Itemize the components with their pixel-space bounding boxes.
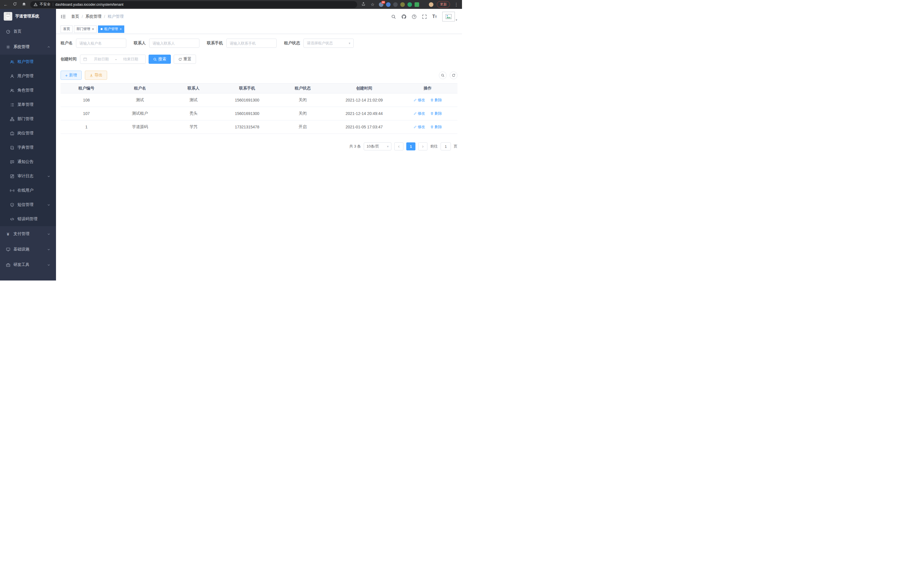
close-icon[interactable]: × bbox=[120, 27, 122, 31]
status-select[interactable]: 请选择租户状态 ▾ bbox=[303, 39, 354, 48]
page-size-select[interactable]: 10条/页 ▾ bbox=[364, 142, 392, 150]
prev-page-button[interactable]: ‹ bbox=[394, 142, 404, 150]
active-dot-icon bbox=[100, 28, 103, 30]
extension-icon[interactable] bbox=[415, 2, 419, 7]
sidebar-item-sms[interactable]: 短信管理 bbox=[0, 198, 56, 212]
status-select-placeholder: 请选择租户状态 bbox=[307, 41, 333, 46]
breadcrumb-system[interactable]: 系统管理 bbox=[86, 14, 101, 19]
sidebar-item-dept[interactable]: 部门管理 bbox=[0, 112, 56, 126]
current-page-button[interactable]: 1 bbox=[406, 142, 416, 150]
share-icon[interactable] bbox=[361, 2, 366, 7]
extension-icon[interactable] bbox=[429, 2, 434, 7]
tenant-name-input[interactable] bbox=[76, 39, 126, 48]
code-icon bbox=[10, 217, 14, 221]
broken-image-icon bbox=[446, 14, 452, 19]
app-logo-row: 芋道管理系统 bbox=[0, 9, 56, 24]
cell-ops: 修改 删除 bbox=[398, 107, 458, 120]
search-button[interactable]: 搜索 bbox=[148, 55, 171, 64]
github-icon[interactable] bbox=[401, 14, 406, 19]
show-search-button[interactable] bbox=[439, 71, 447, 79]
breadcrumb: 首页 / 系统管理 / 租户管理 bbox=[71, 14, 124, 19]
contact-input[interactable] bbox=[149, 39, 200, 48]
sidebar-item-notice[interactable]: 通知公告 bbox=[0, 155, 56, 169]
sidebar-item-label: 租户管理 bbox=[17, 59, 33, 64]
next-page-button[interactable]: › bbox=[418, 142, 428, 150]
edit-link[interactable]: 修改 bbox=[413, 124, 425, 129]
date-end-placeholder[interactable]: 结束日期 bbox=[119, 57, 142, 62]
sidebar-item-user[interactable]: 用户管理 bbox=[0, 69, 56, 83]
font-size-icon[interactable] bbox=[432, 14, 437, 19]
col-header-status: 租户状态 bbox=[275, 83, 330, 93]
sidebar-item-menu[interactable]: 菜单管理 bbox=[0, 98, 56, 112]
toolbox-icon bbox=[6, 263, 10, 267]
extension-icon[interactable] bbox=[407, 2, 412, 7]
breadcrumb-home[interactable]: 首页 bbox=[71, 14, 79, 19]
search-icon[interactable] bbox=[391, 14, 396, 19]
browser-refresh-icon[interactable] bbox=[12, 2, 18, 7]
sidebar-item-infrastructure[interactable]: 基础设施 bbox=[0, 242, 56, 257]
date-range-picker[interactable]: 开始日期 - 结束日期 bbox=[80, 55, 146, 64]
sidebar-item-audit-log[interactable]: 审计日志 bbox=[0, 169, 56, 183]
tab-home[interactable]: 首页 bbox=[61, 26, 73, 33]
sidebar-item-label: 通知公告 bbox=[17, 159, 33, 164]
breadcrumb-separator: / bbox=[82, 14, 83, 19]
address-bar[interactable]: 不安全 dashboard.yudao.iocoder.cn/system/te… bbox=[30, 1, 357, 8]
delete-link[interactable]: 删除 bbox=[430, 98, 442, 103]
refresh-table-button[interactable] bbox=[450, 71, 458, 79]
reset-button-label: 重置 bbox=[183, 57, 191, 62]
extension-icon[interactable] bbox=[393, 2, 398, 7]
reset-button[interactable]: 重置 bbox=[174, 55, 196, 64]
delete-link[interactable]: 删除 bbox=[430, 111, 442, 116]
add-button[interactable]: + 新增 bbox=[61, 71, 82, 80]
browser-home-icon[interactable] bbox=[21, 2, 27, 7]
fullscreen-icon[interactable] bbox=[422, 14, 427, 19]
sidebar-item-error-code[interactable]: 错误码管理 bbox=[0, 212, 56, 226]
sidebar-collapse-icon[interactable] bbox=[61, 14, 66, 19]
extension-icon[interactable] bbox=[400, 2, 405, 7]
sidebar-item-system[interactable]: 系统管理 bbox=[0, 39, 56, 55]
edit-link[interactable]: 修改 bbox=[413, 111, 425, 116]
security-warning-label[interactable]: 不安全 bbox=[40, 2, 51, 7]
goto-page-input[interactable] bbox=[441, 142, 451, 150]
sidebar-item-online-users[interactable]: 在线用户 bbox=[0, 183, 56, 198]
tab-tenant[interactable]: 租户管理 × bbox=[98, 26, 124, 33]
table-header-row: 租户编号 租户名 联系人 联系手机 租户状态 创建时间 操作 bbox=[61, 83, 458, 93]
caret-down-icon[interactable]: ▾ bbox=[456, 19, 457, 21]
gear-icon bbox=[6, 45, 10, 49]
url-text[interactable]: dashboard.yudao.iocoder.cn/system/tenant bbox=[56, 3, 123, 7]
close-icon[interactable]: × bbox=[92, 27, 94, 31]
goto-suffix: 页 bbox=[454, 144, 458, 149]
export-button[interactable]: 导出 bbox=[85, 71, 107, 80]
sidebar-item-role[interactable]: 角色管理 bbox=[0, 83, 56, 98]
sidebar-item-devtools[interactable]: 研发工具 bbox=[0, 257, 56, 272]
extension-icon[interactable] bbox=[422, 2, 426, 7]
table-toolbar: + 新增 导出 bbox=[61, 71, 458, 80]
delete-link[interactable]: 删除 bbox=[430, 124, 442, 129]
date-start-placeholder[interactable]: 开始日期 bbox=[89, 57, 113, 62]
users-icon bbox=[10, 60, 14, 64]
sidebar-item-payment[interactable]: ¥ 支付管理 bbox=[0, 226, 56, 242]
avatar[interactable] bbox=[442, 12, 455, 21]
tab-label: 部门管理 bbox=[76, 27, 90, 32]
browser-back-icon[interactable]: ← bbox=[3, 2, 9, 7]
user-menu[interactable]: ▾ bbox=[442, 12, 457, 21]
sidebar-item-post[interactable]: 岗位管理 bbox=[0, 126, 56, 140]
sidebar-item-tenant[interactable]: 租户管理 bbox=[0, 55, 56, 69]
search-button-label: 搜索 bbox=[158, 57, 166, 62]
tab-dept[interactable]: 部门管理 × bbox=[74, 26, 97, 33]
extension-icon[interactable]: 10 bbox=[379, 2, 383, 7]
phone-input[interactable] bbox=[226, 39, 277, 48]
extension-icon[interactable] bbox=[386, 2, 391, 7]
sidebar-item-dict[interactable]: 字典管理 bbox=[0, 140, 56, 155]
help-icon[interactable] bbox=[412, 14, 417, 19]
cell-name: 测试租户 bbox=[112, 107, 168, 120]
sidebar-item-home[interactable]: 首页 bbox=[0, 24, 56, 39]
edit-link-label: 修改 bbox=[418, 98, 425, 103]
bookmark-star-icon[interactable]: ☆ bbox=[370, 2, 375, 7]
browser-update-button[interactable]: 更新 bbox=[437, 1, 450, 8]
sidebar-item-label: 字典管理 bbox=[17, 145, 33, 150]
cell-phone: 17321315478 bbox=[219, 120, 275, 134]
browser-menu-icon[interactable]: ⋮ bbox=[453, 2, 459, 7]
edit-link[interactable]: 修改 bbox=[413, 98, 425, 103]
cell-status: 关闭 bbox=[275, 93, 330, 107]
